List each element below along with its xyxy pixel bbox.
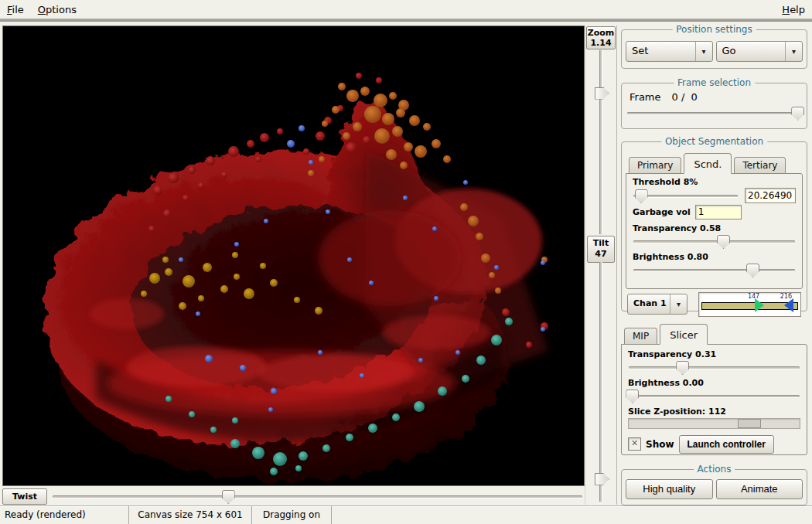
twist-control-row: Twist 240: [2, 488, 583, 505]
zoom-slider-groove: [599, 50, 602, 234]
twist-button[interactable]: Twist 240: [2, 488, 47, 505]
slicer-tab-bar: MIP Slicer: [621, 324, 807, 344]
twist-slider-groove: [53, 495, 582, 498]
slicer-widget: MIP Slicer Transparency 0.31 Brightness …: [621, 324, 807, 455]
twist-slider[interactable]: [52, 489, 583, 503]
tab-slicer[interactable]: Slicer: [660, 324, 708, 345]
chevron-down-icon[interactable]: ▾: [670, 294, 687, 314]
chevron-down-icon[interactable]: ▾: [785, 42, 802, 61]
status-ready: Ready (rendered): [0, 506, 129, 524]
brightness-slider-handle[interactable]: [746, 264, 759, 277]
frame-slider[interactable]: [626, 106, 802, 120]
slicer-transparency-slider[interactable]: [628, 360, 800, 374]
slice-z-label: Slice Z-position: 112: [628, 407, 800, 417]
range-low-marker-icon[interactable]: [755, 298, 764, 312]
launch-controller-button[interactable]: Launch controller: [679, 435, 774, 454]
segmentation-tab-content: Threshold 8% Garbage vol Transparency 0.…: [626, 173, 803, 289]
animate-button[interactable]: Animate: [716, 479, 803, 499]
set-position-dropdown-label: Set: [626, 42, 695, 61]
brightness-slider[interactable]: [633, 263, 796, 277]
render-canvas-art: [3, 26, 584, 485]
range-high-marker-icon[interactable]: [784, 298, 793, 312]
threshold-label: Threshold 8%: [633, 177, 796, 187]
segmentation-tab-bar: Primary Scnd. Tertiary: [626, 153, 803, 173]
slicer-brightness-label: Brightness 0.00: [628, 378, 800, 388]
zoom-button[interactable]: Zoom 1.14: [586, 26, 616, 49]
menu-help[interactable]: Help: [775, 2, 812, 18]
intensity-range-widget[interactable]: 147 216: [698, 292, 801, 317]
chevron-down-icon[interactable]: ▾: [695, 42, 712, 61]
threshold-slider[interactable]: [633, 189, 739, 202]
twist-slider-handle[interactable]: [222, 490, 235, 504]
threshold-slider-handle[interactable]: [635, 189, 648, 203]
tilt-button[interactable]: Tilt 47: [587, 236, 615, 263]
garbage-vol-field[interactable]: [695, 205, 742, 219]
tilt-button-value: 47: [588, 249, 614, 260]
tilt-slider-groove: [599, 262, 602, 502]
settings-panel: Position settings Set ▾ Go ▾ Frame selec…: [616, 22, 812, 505]
status-dragging: Dragging on: [252, 506, 332, 524]
menu-options[interactable]: Options: [31, 2, 84, 18]
set-position-dropdown[interactable]: Set ▾: [626, 41, 713, 62]
show-checkbox[interactable]: ✕: [628, 437, 641, 451]
tab-primary[interactable]: Primary: [629, 157, 681, 173]
tab-secondary[interactable]: Scnd.: [684, 153, 732, 174]
checkbox-check-icon: ✕: [631, 438, 638, 448]
slice-z-slider-thumb[interactable]: [738, 419, 761, 428]
zoom-button-value: 1.14: [587, 38, 615, 48]
slicer-brightness-handle[interactable]: [626, 390, 639, 403]
zoom-slider[interactable]: [585, 50, 616, 234]
frame-value: 0 / 0: [672, 91, 698, 103]
tilt-slider-handle[interactable]: [595, 473, 609, 485]
actions-title: Actions: [694, 464, 735, 475]
status-bar: Ready (rendered) Canvas size 754 x 601 D…: [0, 505, 812, 524]
zoom-button-label: Zoom: [587, 28, 615, 38]
tab-tertiary[interactable]: Tertiary: [734, 157, 786, 173]
position-settings-group: Position settings Set ▾ Go ▾: [621, 29, 807, 69]
actions-group: Actions High quality Animate: [621, 469, 807, 505]
object-segmentation-title: Object Segmentation: [661, 136, 767, 147]
high-quality-button[interactable]: High quality: [626, 479, 713, 499]
menu-file[interactable]: File: [0, 2, 31, 18]
brightness-label: Brightness 0.80: [633, 252, 796, 262]
object-segmentation-group: Object Segmentation Primary Scnd. Tertia…: [621, 141, 807, 311]
channel-dropdown[interactable]: Chan 1 ▾: [627, 294, 687, 315]
tilt-slider[interactable]: [585, 262, 616, 502]
slicer-brightness-slider[interactable]: [628, 389, 800, 403]
frame-selection-title: Frame selection: [674, 77, 755, 88]
transparency-label: Transparency 0.58: [633, 223, 796, 233]
slicer-transparency-groove: [629, 366, 800, 369]
threshold-slider-groove: [633, 195, 738, 197]
channel-dropdown-label: Chan 1: [628, 294, 670, 314]
go-position-dropdown-label: Go: [717, 42, 786, 61]
frame-label: Frame: [629, 91, 661, 103]
tilt-button-label: Tilt: [588, 238, 614, 249]
main-area: Twist 240 Zoom 1.14 Tilt 47 Position set…: [0, 22, 812, 505]
status-canvas-size: Canvas size 754 x 601: [129, 506, 252, 524]
frame-slider-groove: [627, 112, 801, 114]
transparency-slider-groove: [633, 240, 795, 243]
slicer-brightness-groove: [629, 395, 800, 397]
frame-selection-group: Frame selection Frame 0 / 0: [621, 83, 807, 129]
transparency-slider[interactable]: [633, 234, 796, 248]
slicer-tab-content: Transparency 0.31 Brightness 0.00 Slice …: [621, 344, 807, 455]
brightness-slider-groove: [633, 269, 795, 271]
threshold-value-field[interactable]: [745, 188, 796, 203]
go-position-dropdown[interactable]: Go ▾: [716, 41, 803, 62]
garbage-vol-label: Garbage vol: [633, 207, 691, 217]
view-control-strip: Zoom 1.14 Tilt 47: [585, 26, 617, 505]
menubar: File Options Help: [0, 0, 812, 19]
position-settings-title: Position settings: [672, 24, 756, 35]
transparency-slider-handle[interactable]: [717, 235, 730, 249]
slicer-transparency-handle[interactable]: [676, 361, 689, 375]
show-label: Show: [646, 439, 674, 450]
slice-z-slider[interactable]: [628, 418, 800, 429]
zoom-slider-handle[interactable]: [595, 87, 609, 100]
tab-mip[interactable]: MIP: [624, 328, 657, 344]
render-canvas[interactable]: [2, 26, 585, 486]
frame-slider-handle[interactable]: [791, 107, 804, 121]
slicer-transparency-label: Transparency 0.31: [628, 349, 800, 359]
status-empty: [332, 506, 812, 524]
